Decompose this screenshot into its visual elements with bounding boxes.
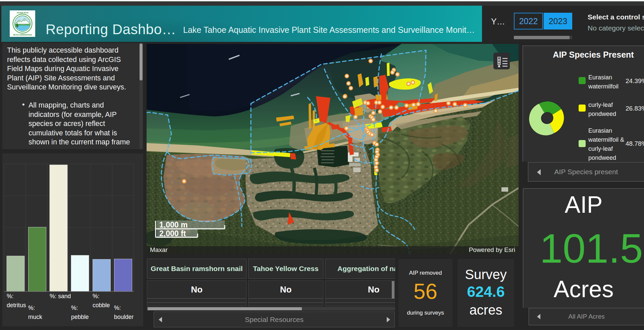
svg-text:Maxar: Maxar bbox=[150, 246, 168, 253]
svg-text:%:: %: bbox=[93, 293, 99, 300]
svg-text:%:: %: bbox=[71, 305, 78, 311]
svg-text:%:: %: bbox=[114, 305, 121, 311]
svg-text:%:: %: bbox=[7, 293, 13, 300]
svg-text:2,000 ft: 2,000 ft bbox=[159, 229, 186, 238]
svg-text:WE DO CONSERVATION: WE DO CONSERVATION bbox=[13, 34, 32, 36]
svg-text:Powered by Esri: Powered by Esri bbox=[469, 246, 515, 253]
svg-text:%:: %: bbox=[28, 305, 35, 311]
svg-text:pebble: pebble bbox=[71, 314, 89, 320]
svg-text:boulder: boulder bbox=[114, 314, 134, 320]
svg-text:muck: muck bbox=[28, 314, 42, 320]
svg-text:detritus: detritus bbox=[7, 302, 26, 309]
svg-text:cobble: cobble bbox=[93, 302, 110, 309]
svg-text:TAHOE RCD: TAHOE RCD bbox=[16, 12, 29, 14]
svg-text:%: sand: %: sand bbox=[50, 293, 71, 300]
svg-text:1,000 m: 1,000 m bbox=[159, 220, 187, 229]
